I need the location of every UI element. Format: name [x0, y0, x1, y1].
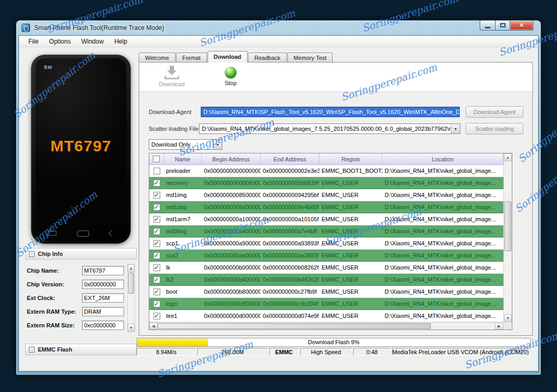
table-row-preloader[interactable]: preloader0x00000000000000000x00000000000… — [149, 165, 503, 177]
emmc-flash-header[interactable]: EMMC Flash — [25, 344, 137, 355]
cell-end-address: 0x000000000a93893f — [261, 238, 319, 249]
cell-begin-address: 0x0000000008500000 — [202, 189, 261, 201]
table-horizontal-scrollbar[interactable]: ◀ ▶ — [149, 322, 503, 329]
checkbox-icon: ✓ — [153, 192, 160, 199]
menu-window[interactable]: Window — [76, 37, 109, 46]
tab-welcome[interactable]: Welcome — [139, 53, 176, 63]
download-mode-dropdown[interactable]: Download Only ▼ — [149, 139, 222, 150]
emmc-flash-icon — [29, 347, 35, 353]
tab-memory-test[interactable]: Memory Test — [287, 53, 333, 63]
column-header-location[interactable]: Location — [383, 153, 503, 164]
scatter-file-field[interactable]: D:\Xiaomi_RN4_MTK\nikel_global_images_7.… — [199, 123, 460, 134]
row-checkbox[interactable]: ✓ — [149, 213, 164, 225]
table-vertical-scrollbar[interactable]: ▲ ▼ — [503, 153, 512, 322]
cell-end-address: 0x000000000a7e4bff — [261, 225, 319, 237]
tab-download[interactable]: Download — [208, 51, 248, 63]
chip-field-value[interactable]: 0x00000000 — [82, 280, 124, 289]
tab-readback[interactable]: Readback — [248, 53, 287, 63]
scroll-up-icon[interactable]: ▲ — [128, 264, 135, 272]
close-button[interactable]: ✕ — [510, 20, 533, 30]
table-row-logo[interactable]: ✓logo0x000000000c8000000x000000000c9c394… — [149, 298, 503, 310]
column-header-region[interactable]: Region — [319, 153, 383, 164]
scatter-loading-button[interactable]: Scatter-loading — [466, 123, 523, 135]
status-com-port: MediaTek PreLoader USB VCOM (Android) (C… — [392, 348, 529, 356]
table-row-md3img[interactable]: ✓md3img0x000000000a4000000x000000000a7e4… — [149, 225, 503, 238]
checkbox-icon: ✓ — [153, 276, 160, 283]
select-all-checkbox[interactable] — [149, 153, 164, 164]
chip-field-value[interactable]: DRAM — [82, 307, 124, 316]
chip-info-scrollbar[interactable]: ▲ ▼ — [127, 264, 135, 332]
row-checkbox[interactable]: ✓ — [149, 286, 164, 297]
row-checkbox[interactable]: ✓ — [149, 274, 164, 285]
scatter-dropdown-icon[interactable]: ▼ — [451, 124, 460, 133]
scrollbar-thumb[interactable] — [504, 201, 511, 251]
minimize-button[interactable] — [480, 20, 496, 30]
phone-screen: BM MT6797 — [36, 58, 126, 225]
scroll-down-icon[interactable]: ▼ — [128, 324, 135, 332]
row-checkbox[interactable]: ✓ — [149, 262, 164, 273]
row-checkbox[interactable]: ✓ — [149, 177, 164, 189]
table-row-tee1[interactable]: ✓tee10x000000000d0000000x000000000d074e9… — [149, 310, 503, 322]
row-checkbox[interactable]: ✓ — [149, 298, 164, 310]
tab-format[interactable]: Format — [176, 53, 207, 63]
table-row-scp2[interactable]: ✓scp20x000000000aa000000x000000000aa3893… — [149, 250, 503, 262]
status-elapsed-time: 0:48 — [353, 348, 391, 356]
menu-help[interactable]: Help — [109, 37, 132, 46]
maximize-button[interactable] — [496, 20, 510, 30]
row-checkbox[interactable]: ✓ — [149, 225, 164, 237]
chip-field-label: Extern RAM Size: — [25, 322, 82, 328]
table-row-lk[interactable]: ✓lk0x000000000b0000000x000000000b08262fE… — [149, 262, 503, 274]
scrollbar-thumb[interactable] — [128, 273, 134, 294]
row-checkbox[interactable]: ✓ — [149, 238, 164, 249]
menu-file[interactable]: File — [23, 37, 44, 46]
column-header-begin-address[interactable]: Begin Address — [202, 153, 261, 164]
minimize-icon — [485, 27, 490, 28]
column-header-end-address[interactable]: End Address — [261, 153, 319, 164]
cell-name: boot — [164, 286, 202, 297]
download-tool-label: Download — [153, 81, 191, 87]
row-checkbox[interactable]: ✓ — [149, 201, 164, 213]
table-row-scp1[interactable]: ✓scp10x000000000a9000000x000000000a93893… — [149, 238, 503, 250]
cell-region: EMMC_USER — [319, 250, 383, 261]
cell-name: md1img — [164, 189, 202, 201]
checkbox-icon: ✓ — [153, 240, 160, 247]
scatter-file-label: Scatter-loading File — [149, 126, 199, 132]
stop-tool-button[interactable]: Stop — [212, 66, 250, 86]
scroll-left-icon[interactable]: ◀ — [149, 323, 158, 329]
table-header: NameBegin AddressEnd AddressRegionLocati… — [149, 153, 503, 165]
row-checkbox[interactable] — [149, 165, 164, 177]
cell-end-address: 0x000000000c27fb9f — [261, 286, 319, 297]
scrollbar-thumb[interactable] — [158, 323, 431, 329]
download-tool-button[interactable]: Download — [153, 66, 191, 87]
row-checkbox[interactable]: ✓ — [149, 310, 164, 322]
table-row-md1arm7[interactable]: ✓md1arm70x000000000a1000000x000000000a10… — [149, 213, 503, 225]
cell-begin-address: 0x0000000000008000 — [202, 177, 261, 189]
scroll-down-icon[interactable]: ▼ — [504, 314, 512, 322]
row-checkbox[interactable]: ✓ — [149, 189, 164, 201]
table-row-md1dsp[interactable]: ✓md1dsp0x0000000009d000000x0000000009e4b… — [149, 201, 503, 213]
table-row-recovery[interactable]: ✓recovery0x00000000000080000x0000000000d… — [149, 177, 503, 189]
cell-name: lk2 — [164, 274, 202, 285]
toolbar: Download Stop — [139, 63, 532, 92]
table-row-boot[interactable]: ✓boot0x000000000b8000000x000000000c27fb9… — [149, 286, 503, 298]
table-row-lk2[interactable]: ✓lk20x000000000b4000000x000000000b48262f… — [149, 274, 503, 286]
cell-end-address: 0x000000000002e3e3 — [261, 165, 319, 177]
scrollbar-corner — [503, 322, 512, 329]
chip-info-header[interactable]: Chip Info — [25, 248, 137, 260]
download-agent-field[interactable]: D:\Xiaomi_RN4_MTK\SP_Flash_Tool_v5.1620_… — [201, 107, 460, 117]
scroll-right-icon[interactable]: ▶ — [495, 323, 503, 329]
chip-field-value[interactable]: EXT_26M — [82, 293, 124, 303]
title-bar[interactable]: Smart Phone Flash Tool(Runtime Trace Mod… — [16, 20, 541, 35]
cell-location: D:\Xiaomi_RN4_MTK\nikel_global_image... — [383, 250, 503, 261]
row-checkbox[interactable]: ✓ — [149, 250, 164, 261]
cell-region: EMMC_USER — [319, 274, 383, 285]
table-row-md1img[interactable]: ✓md1img0x00000000085000000x0000000009429… — [149, 189, 503, 201]
chip-field-value[interactable]: MT6797 — [82, 266, 124, 275]
download-agent-button[interactable]: Download Agent — [466, 106, 523, 118]
phone-preview: BM MT6797 — [31, 55, 131, 244]
chip-field-value[interactable]: 0xc0000000 — [82, 321, 124, 330]
checkbox-icon: ✓ — [153, 252, 160, 259]
column-header-name[interactable]: Name — [164, 153, 202, 164]
scroll-up-icon[interactable]: ▲ — [504, 153, 512, 161]
menu-options[interactable]: Options — [44, 37, 76, 46]
